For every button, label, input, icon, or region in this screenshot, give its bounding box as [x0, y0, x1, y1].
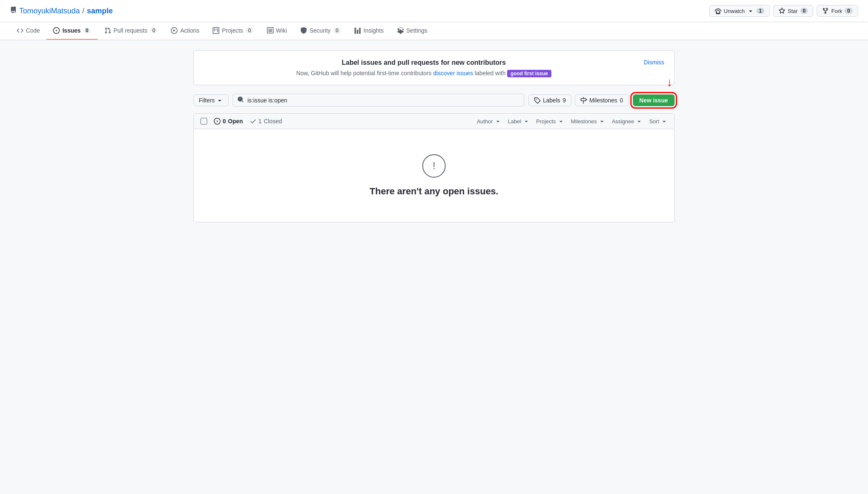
- unwatch-count: 1: [756, 8, 764, 14]
- promo-banner-desc: Now, GitHub will help potential first-ti…: [204, 70, 644, 76]
- milestones-label: Milestones: [589, 97, 617, 104]
- empty-title: There aren't any open issues.: [204, 186, 664, 197]
- dismiss-button[interactable]: Dismiss: [644, 59, 664, 66]
- discover-issues-link[interactable]: discover issues: [433, 70, 473, 76]
- tab-settings[interactable]: Settings: [391, 22, 434, 40]
- assignee-label: Assignee: [612, 118, 634, 125]
- tab-issues-label: Issues: [62, 27, 81, 34]
- search-icon: [237, 96, 244, 104]
- promo-banner-title: Label issues and pull requests for new c…: [204, 59, 644, 66]
- tab-actions[interactable]: Actions: [164, 22, 206, 40]
- fork-count: 0: [845, 8, 853, 14]
- tab-security-badge: 0: [333, 28, 341, 33]
- search-input[interactable]: [247, 97, 520, 104]
- promo-banner: Label issues and pull requests for new c…: [193, 50, 675, 85]
- filters-label: Filters: [199, 97, 215, 104]
- tab-pull-requests-label: Pull requests: [114, 27, 147, 34]
- label-dropdown[interactable]: Label: [508, 118, 530, 125]
- open-label: Open: [228, 118, 243, 125]
- issues-table: 0 Open 1 Closed Author Label: [193, 113, 675, 222]
- empty-icon: !: [422, 154, 446, 178]
- filter-actions: Labels 9 Milestones 0: [528, 94, 629, 106]
- repo-icon: [10, 7, 17, 15]
- empty-state: ! There aren't any open issues.: [194, 129, 674, 222]
- milestones-filter-label: Milestones: [571, 118, 597, 125]
- tab-issues[interactable]: Issues 0: [46, 22, 97, 40]
- unwatch-button[interactable]: Unwatch 1: [709, 5, 770, 17]
- top-bar: TomoyukiMatsuda / sample Unwatch 1 Star …: [0, 0, 868, 22]
- closed-label: Closed: [264, 118, 282, 125]
- repo-separator: /: [82, 7, 84, 15]
- promo-banner-content: Label issues and pull requests for new c…: [204, 59, 644, 76]
- label-label: Label: [508, 118, 521, 125]
- milestones-button[interactable]: Milestones 0: [575, 94, 629, 106]
- repo-name-link[interactable]: sample: [87, 7, 113, 15]
- sort-label: Sort: [649, 118, 659, 125]
- tab-wiki-label: Wiki: [276, 27, 287, 34]
- good-first-issue-badge: good first issue: [507, 70, 551, 77]
- closed-issues-count[interactable]: 1 Closed: [250, 118, 282, 125]
- tab-issues-badge: 0: [83, 28, 91, 33]
- tab-projects[interactable]: Projects 0: [206, 22, 260, 40]
- tab-pull-requests-badge: 0: [150, 28, 158, 33]
- issues-header: 0 Open 1 Closed Author Label: [194, 114, 674, 129]
- action-buttons: Unwatch 1 Star 0 Fork 0: [709, 5, 858, 17]
- tab-actions-label: Actions: [180, 27, 199, 34]
- labels-label: Labels: [543, 97, 560, 104]
- labels-count: 9: [563, 97, 566, 104]
- repo-title: TomoyukiMatsuda / sample: [10, 7, 113, 15]
- star-label: Star: [788, 8, 798, 14]
- filters-button[interactable]: Filters: [193, 94, 228, 106]
- select-all-checkbox[interactable]: [201, 118, 207, 125]
- unwatch-label: Unwatch: [724, 8, 745, 14]
- tab-code-label: Code: [26, 27, 40, 34]
- assignee-dropdown[interactable]: Assignee: [612, 118, 642, 125]
- milestones-count: 0: [620, 97, 623, 104]
- search-box[interactable]: [233, 94, 524, 107]
- star-count: 0: [800, 8, 808, 14]
- labels-button[interactable]: Labels 9: [528, 94, 571, 106]
- sort-dropdown[interactable]: Sort: [649, 118, 667, 125]
- filter-bar: Filters Labels 9 Milestones 0 ↓: [193, 94, 675, 107]
- tab-settings-label: Settings: [406, 27, 428, 34]
- author-dropdown[interactable]: Author: [477, 118, 501, 125]
- new-issue-button[interactable]: New issue: [633, 94, 675, 106]
- closed-count-number: 1: [259, 118, 262, 125]
- tab-insights-label: Insights: [363, 27, 383, 34]
- owner-link[interactable]: TomoyukiMatsuda: [19, 7, 80, 15]
- promo-desc-start: Now, GitHub will help potential first-ti…: [296, 70, 431, 76]
- main-content: Label issues and pull requests for new c…: [183, 40, 685, 232]
- tab-code[interactable]: Code: [10, 22, 46, 40]
- open-count-number: 0: [223, 118, 226, 125]
- nav-tabs: Code Issues 0 Pull requests 0 Actions Pr…: [0, 22, 868, 40]
- tab-pull-requests[interactable]: Pull requests 0: [98, 22, 165, 40]
- tab-security[interactable]: Security 0: [294, 22, 348, 40]
- tab-insights[interactable]: Insights: [348, 22, 390, 40]
- issues-header-left: 0 Open 1 Closed: [201, 118, 470, 125]
- tab-wiki[interactable]: Wiki: [260, 22, 294, 40]
- tab-projects-badge: 0: [246, 28, 254, 33]
- projects-dropdown[interactable]: Projects: [536, 118, 564, 125]
- promo-desc-end-text: labeled with: [475, 70, 506, 76]
- tab-projects-label: Projects: [222, 27, 243, 34]
- projects-label: Projects: [536, 118, 556, 125]
- star-button[interactable]: Star 0: [773, 5, 814, 17]
- new-issue-wrapper: ↓ New issue: [633, 94, 675, 106]
- issues-header-right: Author Label Projects Milestones Assigne…: [477, 118, 667, 125]
- fork-label: Fork: [831, 8, 842, 14]
- author-label: Author: [477, 118, 492, 125]
- open-issues-count[interactable]: 0 Open: [214, 118, 243, 125]
- fork-button[interactable]: Fork 0: [817, 5, 858, 17]
- tab-security-label: Security: [310, 27, 331, 34]
- milestones-dropdown[interactable]: Milestones: [571, 118, 605, 125]
